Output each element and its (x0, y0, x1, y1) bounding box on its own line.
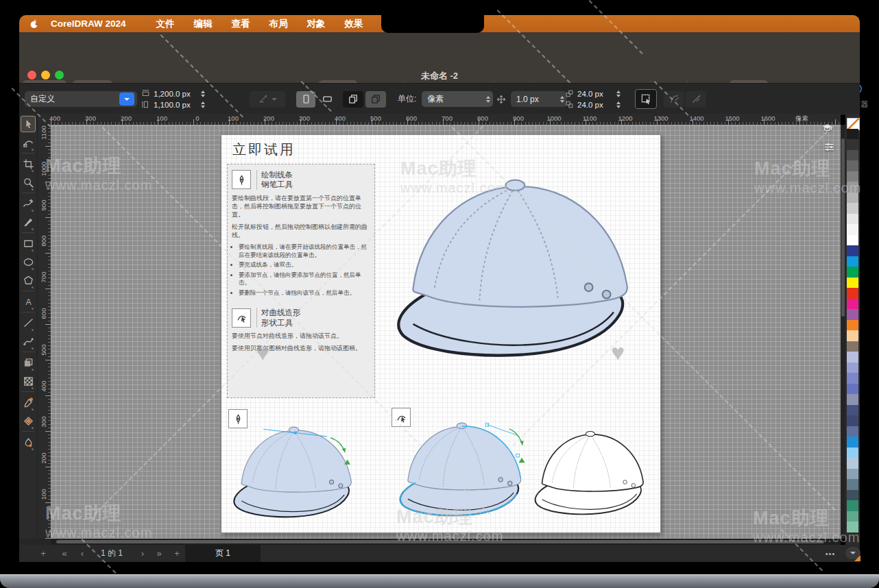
color-swatch[interactable] (847, 171, 858, 182)
portrait-button[interactable] (296, 91, 315, 108)
color-swatch[interactable] (847, 490, 858, 501)
menu-item-5[interactable]: 对象 (307, 18, 326, 30)
connector-tool[interactable] (21, 333, 36, 350)
color-swatch[interactable] (847, 522, 858, 532)
fillet-button[interactable] (664, 91, 684, 108)
color-swatch[interactable] (847, 309, 858, 320)
fill-tool[interactable] (21, 413, 36, 429)
add-page-button-2[interactable]: + (170, 545, 184, 562)
color-swatch[interactable] (847, 363, 858, 373)
page-preset-dropdown[interactable]: 自定义 (25, 91, 137, 107)
text-tool[interactable]: A (21, 293, 36, 310)
menu-item-3[interactable]: 查看 (232, 18, 250, 30)
color-swatch[interactable] (847, 150, 858, 161)
angle-dropdown[interactable] (250, 91, 285, 108)
treat-as-filled-button[interactable] (635, 89, 657, 109)
crop-tool[interactable] (21, 156, 36, 172)
color-swatch[interactable] (847, 330, 858, 341)
color-swatch[interactable] (847, 373, 858, 384)
color-swatch[interactable] (847, 479, 858, 490)
color-swatch[interactable] (847, 394, 858, 405)
color-swatch[interactable] (847, 224, 858, 235)
vertical-scrollbar[interactable] (841, 125, 845, 539)
color-swatch[interactable] (847, 214, 858, 225)
preset-dropdown-button[interactable] (119, 93, 134, 106)
adjust-icon[interactable] (823, 141, 835, 153)
app-menu-title[interactable]: CorelDRAW 2024 (51, 19, 126, 29)
menu-item-1[interactable]: 文件 (156, 18, 175, 30)
pattern-tool[interactable] (21, 373, 36, 389)
window-resize-corner[interactable] (854, 555, 860, 561)
color-swatch[interactable] (847, 405, 858, 416)
color-swatch[interactable] (847, 511, 858, 522)
duplicate-y-field[interactable]: 24.0 px (577, 101, 613, 109)
horizontal-scrollbar[interactable] (51, 539, 841, 545)
color-swatch[interactable] (847, 129, 858, 140)
color-swatch[interactable] (847, 500, 858, 511)
horizontal-ruler[interactable]: 4003002001000100200300400500600700800900… (51, 114, 841, 125)
page-height-field[interactable]: 1,100.0 px (154, 101, 197, 109)
color-swatch[interactable] (847, 352, 858, 363)
current-page-button[interactable] (365, 91, 386, 108)
color-swatch[interactable] (847, 193, 858, 204)
page-width-field[interactable]: 1,200.0 px (154, 90, 197, 98)
color-swatch[interactable] (847, 437, 858, 448)
artistic-media-tool[interactable] (21, 214, 36, 230)
next-page-button[interactable]: › (136, 545, 149, 562)
polygon-tool[interactable] (21, 272, 36, 289)
menu-item-6[interactable]: 效果 (345, 18, 363, 30)
freehand-tool[interactable] (21, 195, 36, 212)
duplicate-x-stepper[interactable] (616, 90, 621, 97)
last-page-button[interactable]: » (152, 545, 166, 562)
color-swatch[interactable] (847, 448, 858, 458)
shape-tool[interactable] (21, 134, 36, 151)
width-stepper[interactable] (201, 90, 205, 97)
drawing-canvas[interactable]: 立即试用 绘制线条钢笔工具要绘制曲线段，请在要放置第一个节点的位置单击，然后将控… (51, 125, 841, 539)
all-pages-button[interactable] (343, 91, 363, 108)
vertical-scrollbar-thumb[interactable] (841, 138, 845, 317)
menu-item-4[interactable]: 布局 (269, 18, 288, 30)
color-swatch[interactable] (847, 426, 858, 437)
color-swatch[interactable] (847, 245, 858, 256)
landscape-button[interactable] (317, 91, 337, 108)
menu-item-2[interactable]: 编辑 (194, 18, 213, 30)
pick-tool[interactable] (21, 116, 36, 132)
height-stepper[interactable] (201, 101, 205, 108)
interactive-fill-tool[interactable] (21, 434, 36, 450)
eyedropper-tool[interactable] (21, 394, 36, 411)
color-swatch[interactable] (847, 288, 858, 299)
color-swatch[interactable] (847, 235, 858, 246)
color-swatch[interactable] (847, 458, 858, 469)
color-swatch[interactable] (847, 469, 858, 480)
nudge-field[interactable]: 1.0 px (511, 91, 567, 107)
duplicate-y-stepper[interactable] (616, 101, 621, 108)
rectangle-tool[interactable] (21, 235, 36, 252)
previous-page-button[interactable]: ‹ (75, 545, 89, 562)
color-swatch[interactable] (847, 160, 858, 171)
color-swatch[interactable] (847, 320, 858, 331)
color-swatch[interactable] (847, 139, 858, 150)
ellipse-tool[interactable] (21, 254, 36, 270)
color-swatch[interactable] (847, 299, 858, 310)
color-swatch[interactable] (847, 267, 858, 278)
color-swatch[interactable] (847, 384, 858, 395)
apple-menu-icon[interactable] (29, 19, 40, 29)
chamfer-button[interactable] (686, 91, 706, 108)
first-page-button[interactable]: « (58, 545, 71, 562)
units-dropdown[interactable]: 像素 (422, 91, 493, 107)
color-swatch[interactable] (847, 203, 858, 214)
color-swatch[interactable] (847, 256, 858, 267)
color-swatch[interactable] (847, 278, 858, 289)
vertical-ruler[interactable]: 11001000900800700600500400300200100 (37, 125, 51, 539)
more-options-button[interactable]: ••• (820, 545, 841, 562)
color-swatch[interactable] (847, 182, 858, 193)
color-swatch[interactable] (847, 341, 858, 352)
horizontal-scrollbar-thumb[interactable] (56, 540, 824, 543)
page-tab[interactable]: 页 1 (185, 545, 261, 562)
duplicate-x-field[interactable]: 24.0 px (577, 90, 613, 98)
add-page-button[interactable]: + (36, 545, 51, 562)
learn-icon[interactable] (821, 122, 833, 134)
color-swatch[interactable] (847, 415, 858, 426)
zoom-tool[interactable] (21, 174, 36, 191)
line-tool[interactable] (21, 315, 36, 331)
